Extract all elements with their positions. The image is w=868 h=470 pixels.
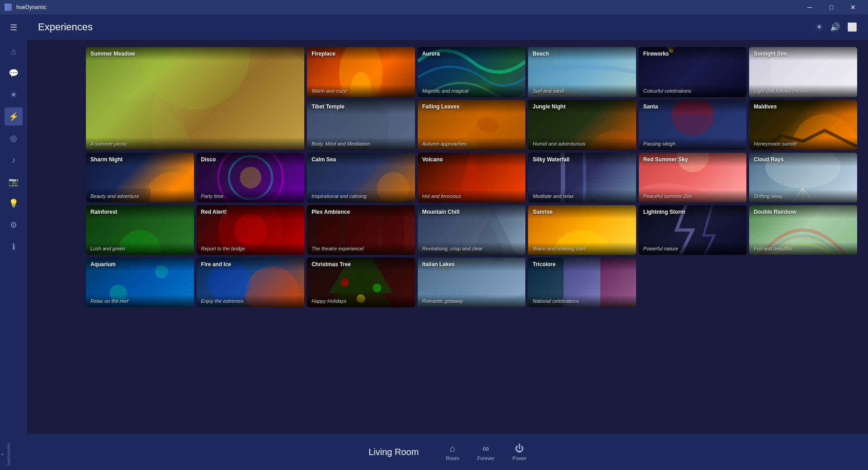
experience-card-aquarium[interactable]: AquariumRelax on the reef — [86, 258, 194, 307]
card-title-aquarium: Aquarium — [90, 261, 189, 268]
card-overlay-calm-sea: Inspirational and calming — [307, 190, 415, 202]
card-title-area-red-alert: Red Alert! — [197, 205, 305, 219]
card-title-fireplace: Fireplace — [311, 51, 410, 57]
card-overlay-italian-lakes: Romantic getaway — [418, 295, 526, 307]
card-subtitle-double-rainbow: Fun and beautiful — [754, 246, 853, 251]
experience-card-christmas-tree[interactable]: Christmas TreeHappy Holidays — [307, 258, 415, 307]
experiences-grid: Summer MeadowA summer picnicFireplaceWar… — [86, 47, 857, 307]
experience-card-disco[interactable]: DiscoParty time — [197, 153, 305, 202]
app-layout: ☰ ⌂ 💬 ☀ ⚡ ◎ ♪ 📷 💡 ⚙ ℹ ✦ hueDynamic Exper… — [0, 14, 868, 470]
svg-point-56 — [340, 278, 349, 287]
card-overlay-red-alert: Report to the bridge — [197, 242, 305, 255]
experience-card-sunrise[interactable]: SunriseWarm and relaxing start — [528, 205, 636, 255]
card-overlay-aurora: Majestic and magical — [418, 85, 526, 97]
card-overlay-fireworks: Colourful celebrations — [639, 85, 747, 97]
card-title-area-falling-leaves: Falling Leaves — [418, 100, 526, 113]
brightness-icon[interactable]: ☀ — [816, 22, 823, 32]
card-overlay-red-summer-sky: Peaceful summer Zen — [639, 190, 747, 202]
sidebar-item-music[interactable]: ♪ — [5, 151, 23, 169]
card-title-area-tibet-temple: Tibet Temple — [307, 100, 415, 113]
card-subtitle-beach: Surf and sand — [533, 88, 632, 94]
card-title-red-summer-sky: Red Summer Sky — [643, 156, 742, 163]
card-subtitle-falling-leaves: Autumn approaches — [422, 141, 521, 146]
experience-card-fireworks[interactable]: FireworksColourful celebrations — [639, 47, 747, 97]
card-title-area-lightning-storm: Lightning Storm — [639, 205, 747, 219]
sidebar-item-messages[interactable]: 💬 — [5, 64, 23, 82]
experience-card-italian-lakes[interactable]: Italian LakesRomantic getaway — [418, 258, 526, 307]
experience-card-tricolore[interactable]: TricoloreNational celebrations — [528, 258, 636, 307]
sidebar-item-experiences[interactable]: ⚡ — [5, 108, 23, 126]
screen-icon[interactable]: ⬜ — [847, 22, 857, 32]
experience-card-santa[interactable]: SantaPassing sleigh — [639, 100, 747, 150]
card-subtitle-disco: Party time — [201, 193, 300, 199]
experience-card-sunlight-sim[interactable]: Sunlight SimLight that follows the sun — [749, 47, 857, 97]
card-subtitle-volcano: Hot and ferocious — [422, 193, 521, 199]
experience-card-volcano[interactable]: VolcanoHot and ferocious — [418, 153, 526, 202]
experience-card-tibet-temple[interactable]: Tibet TempleBody, Mind and Meditation — [307, 100, 415, 150]
card-title-area-italian-lakes: Italian Lakes — [418, 258, 526, 271]
nav-forever[interactable]: ∞ Forever — [477, 443, 495, 461]
card-overlay-rainforest: Lush and green — [86, 242, 194, 255]
experience-card-lightning-storm[interactable]: Lightning StormPowerful nature — [639, 205, 747, 255]
brand-icon: ✦ — [0, 452, 5, 456]
experience-card-sharm-night[interactable]: Sharm NightBeauty and adventure — [86, 153, 194, 202]
experience-card-rainforest[interactable]: RainforestLush and green — [86, 205, 194, 255]
main-content: Experiences ☀ 🔊 ⬜ Summer MeadowA summer … — [27, 14, 868, 470]
experience-card-fireplace[interactable]: FireplaceWarm and cozy! — [307, 47, 415, 97]
hamburger-button[interactable]: ☰ — [6, 19, 21, 36]
card-title-volcano: Volcano — [422, 156, 521, 163]
nav-room[interactable]: ⌂ Room — [446, 443, 459, 461]
nav-power[interactable]: ⏻ Power — [513, 443, 527, 461]
close-button[interactable]: ✕ — [843, 0, 863, 14]
sidebar-item-sync[interactable]: ◎ — [5, 129, 23, 147]
sidebar-item-light[interactable]: ☀ — [5, 86, 23, 104]
card-title-area-beach: Beach — [528, 47, 636, 61]
sidebar-item-bulb[interactable]: 💡 — [5, 194, 23, 212]
experience-card-fire-and-ice[interactable]: Fire and IceEnjoy the extremes — [197, 258, 305, 307]
card-title-fire-and-ice: Fire and Ice — [201, 261, 300, 268]
card-subtitle-aurora: Majestic and magical — [422, 88, 521, 94]
card-subtitle-cloud-rays: Drifting away... — [754, 193, 853, 199]
sidebar-item-home[interactable]: ⌂ — [5, 42, 23, 61]
experience-card-red-alert[interactable]: Red Alert!Report to the bridge — [197, 205, 305, 255]
minimize-button[interactable]: ─ — [799, 0, 820, 14]
experience-card-beach[interactable]: BeachSurf and sand — [528, 47, 636, 97]
sidebar-item-camera[interactable]: 📷 — [5, 173, 23, 191]
card-title-jungle-night: Jungle Night — [533, 103, 632, 110]
experience-card-plex-ambience[interactable]: Plex AmbienceThe theatre experience! — [307, 205, 415, 255]
card-overlay-santa: Passing sleigh — [639, 137, 747, 150]
experience-card-mountain-chill[interactable]: Mountain ChillRevitalising, crisp and cl… — [418, 205, 526, 255]
card-title-area-santa: Santa — [639, 100, 747, 113]
experience-card-summer-meadow[interactable]: Summer MeadowA summer picnic — [86, 47, 304, 150]
page-title: Experiences — [38, 21, 93, 33]
card-title-area-rainforest: Rainforest — [86, 205, 194, 219]
sidebar-item-settings[interactable]: ⚙ — [5, 216, 23, 234]
experience-card-double-rainbow[interactable]: Double RainbowFun and beautiful — [749, 205, 857, 255]
experience-card-red-summer-sky[interactable]: Red Summer SkyPeaceful summer Zen — [639, 153, 747, 202]
card-title-lightning-storm: Lightning Storm — [643, 209, 742, 215]
svg-point-18 — [475, 115, 500, 135]
experience-card-silky-waterfall[interactable]: Silky WaterfallMeditate and relax — [528, 153, 636, 202]
experience-card-cloud-rays[interactable]: Cloud RaysDrifting away... — [749, 153, 857, 202]
card-title-area-calm-sea: Calm Sea — [307, 153, 415, 166]
card-title-aurora: Aurora — [422, 51, 521, 57]
card-title-falling-leaves: Falling Leaves — [422, 103, 521, 110]
card-subtitle-red-alert: Report to the bridge — [201, 246, 300, 251]
experience-card-jungle-night[interactable]: Jungle NightHumid and adventurous — [528, 100, 636, 150]
card-title-area-plex-ambience: Plex Ambience — [307, 205, 415, 219]
card-title-tricolore: Tricolore — [533, 261, 632, 268]
experience-card-falling-leaves[interactable]: Falling LeavesAutumn approaches — [418, 100, 526, 150]
experience-card-maldives[interactable]: MaldivesHoneymoon sunset — [749, 100, 857, 150]
card-title-calm-sea: Calm Sea — [311, 156, 410, 163]
experience-card-calm-sea[interactable]: Calm SeaInspirational and calming — [307, 153, 415, 202]
power-icon: ⏻ — [515, 443, 524, 454]
card-title-italian-lakes: Italian Lakes — [422, 261, 521, 268]
card-subtitle-aquarium: Relax on the reef — [90, 298, 189, 304]
card-title-area-sharm-night: Sharm Night — [86, 153, 194, 166]
sidebar-item-info[interactable]: ℹ — [5, 238, 23, 256]
maximize-button[interactable]: □ — [821, 0, 842, 14]
room-label: Living Room — [368, 447, 419, 457]
experience-card-aurora[interactable]: AuroraMajestic and magical — [418, 47, 526, 97]
volume-icon[interactable]: 🔊 — [830, 22, 840, 32]
card-title-sunrise: Sunrise — [533, 209, 632, 215]
